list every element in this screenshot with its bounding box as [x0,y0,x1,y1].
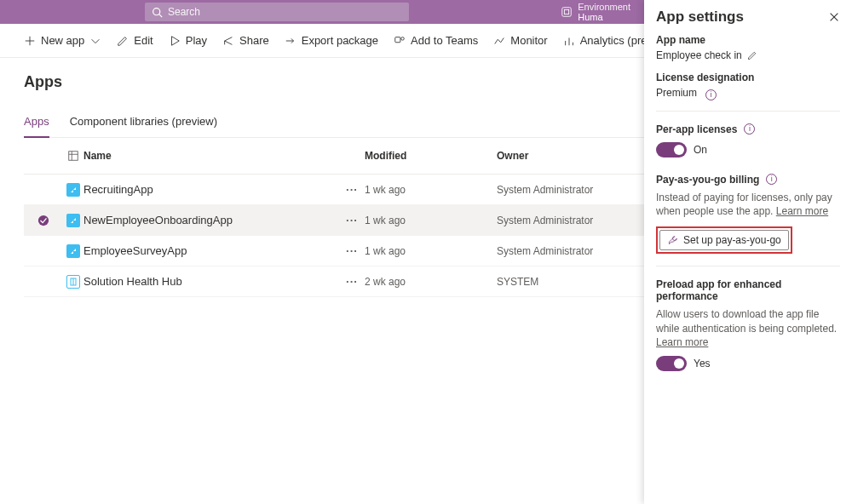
search-icon [152,7,163,18]
edit-label: Edit [134,34,153,47]
edit-button[interactable]: Edit [117,34,153,47]
close-icon [828,11,840,23]
teams-button[interactable]: Add to Teams [394,34,478,47]
app-type-icon [62,214,83,227]
column-name[interactable]: Name [83,150,365,162]
teams-label: Add to Teams [411,34,478,47]
modified-cell: 1 wk ago [365,245,497,257]
chevron-down-icon [89,35,101,47]
modified-cell: 1 wk ago [365,184,497,196]
global-search[interactable]: Search [145,3,409,21]
per-app-licenses-state: On [694,144,707,156]
preload-toggle[interactable] [656,356,687,371]
app-settings-panel: App settings App name Employee check in … [644,0,852,504]
play-icon [169,35,181,47]
teams-icon [394,35,406,47]
svg-rect-3 [565,9,569,14]
share-button[interactable]: Share [222,34,269,47]
app-name-cell[interactable]: Solution Health Hub [83,275,339,288]
preload-state: Yes [694,358,711,369]
new-app-button[interactable]: New app [24,34,101,47]
preload-description: Allow users to download the app file whi… [656,308,837,334]
search-placeholder: Search [168,6,402,18]
analytics-icon [563,35,575,47]
monitor-label: Monitor [510,34,547,47]
more-actions-button[interactable]: ··· [339,183,365,196]
plus-icon [24,35,36,47]
setup-payg-button[interactable]: Set up pay-as-you-go [659,230,789,250]
share-label: Share [239,34,269,47]
highlight-box: Set up pay-as-you-go [656,226,792,254]
svg-marker-6 [171,36,179,45]
divider [656,266,840,266]
environment-icon [561,6,573,18]
share-icon [222,35,234,47]
app-name-cell[interactable]: NewEmployeeOnboardingApp [83,214,339,226]
panel-title: App settings [656,9,744,26]
svg-rect-15 [68,152,78,161]
per-app-licenses-toggle[interactable] [656,142,687,158]
new-app-label: New app [41,34,84,47]
payg-label: Pay-as-you-go billing [656,174,759,186]
pencil-icon [117,35,129,47]
tab-component-libraries[interactable]: Component libraries (preview) [70,115,217,137]
export-label: Export package [302,34,378,47]
setup-payg-label: Set up pay-as-you-go [683,234,781,246]
payg-learn-more-link[interactable]: Learn more [776,205,828,217]
svg-point-0 [153,8,160,14]
preload-label: Preload app for enhanced performance [656,278,840,302]
play-label: Play [186,34,207,47]
app-type-icon [62,244,83,258]
divider [656,111,840,112]
close-button[interactable] [828,11,840,23]
play-button[interactable]: Play [169,34,207,47]
pencil-icon [747,50,757,60]
column-select-icon[interactable] [62,150,83,162]
preload-learn-more-link[interactable]: Learn more [656,336,708,348]
export-icon [285,35,296,47]
tab-apps[interactable]: Apps [24,115,49,138]
more-actions-button[interactable]: ··· [339,214,365,226]
export-button[interactable]: Export package [285,34,378,47]
svg-point-18 [37,215,48,225]
modified-cell: 1 wk ago [365,215,497,226]
svg-rect-2 [562,8,572,17]
more-actions-button[interactable]: ··· [339,275,365,288]
svg-rect-8 [395,37,400,42]
app-name-cell[interactable]: RecruitingApp [83,183,339,196]
app-name-cell[interactable]: EmployeeSurveyApp [83,244,339,257]
column-modified[interactable]: Modified [365,150,497,162]
row-selected-indicator [24,215,62,226]
environment-name: Huma [578,12,630,22]
app-type-icon [62,183,83,197]
monitor-icon [493,35,505,47]
info-icon[interactable]: i [766,174,777,185]
svg-point-9 [401,37,405,40]
info-icon[interactable]: i [744,123,755,135]
app-name-value: Employee check in [656,49,742,61]
per-app-licenses-label: Per-app licenses [656,123,737,135]
environment-label: Environment [578,2,630,12]
info-icon[interactable]: i [705,89,717,100]
wrench-icon [667,235,678,246]
monitor-button[interactable]: Monitor [493,34,547,47]
more-actions-button[interactable]: ··· [339,244,365,257]
edit-app-name-button[interactable] [747,50,757,60]
svg-line-1 [159,14,162,16]
app-type-icon [62,275,83,289]
license-designation-label: License designation [656,72,840,83]
license-designation-value: Premium [656,87,697,99]
app-name-label: App name [656,34,840,46]
modified-cell: 2 wk ago [365,276,497,288]
